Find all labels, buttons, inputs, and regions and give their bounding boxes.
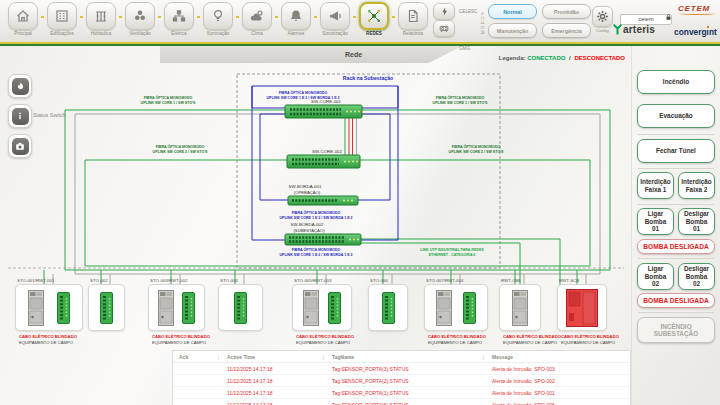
bomba-01-status-badge: BOMBA DESLIGADA bbox=[637, 239, 715, 254]
alarm-row[interactable]: 11/12/2025 14:17:18Tag:SENSOR_PORTA(6).S… bbox=[173, 399, 630, 405]
megaphone-icon bbox=[327, 8, 343, 24]
toolbar-accent-green bbox=[0, 44, 720, 46]
legend-connected: CONECTADO bbox=[527, 55, 565, 61]
mode-buttons: Normal Prontidão Manutenção Emergência bbox=[488, 4, 591, 38]
field-switch-icon bbox=[57, 292, 70, 324]
station-sto-007-rwt-004[interactable]: STO-007/RWT-004 CABO ELÉTRICO BLINDADOEQ… bbox=[424, 284, 488, 331]
utility-buttons: CELESC GMG bbox=[433, 3, 455, 37]
bomba-02-status-badge: BOMBA DESLIGADA bbox=[637, 293, 715, 308]
field-switch-icon bbox=[463, 292, 476, 324]
mode-button-manutencao[interactable]: Manutenção bbox=[488, 23, 537, 38]
cetem-logo: CETEM bbox=[678, 4, 716, 15]
lock-icon bbox=[664, 12, 673, 22]
rack-title: Rack na Subestação bbox=[343, 75, 393, 81]
nav-button-redes[interactable]: REDES bbox=[357, 2, 391, 36]
mode-button-normal[interactable]: Normal bbox=[488, 4, 537, 19]
ligar-bomba-02-button[interactable]: Ligar Bomba 02 bbox=[637, 263, 674, 290]
nav-button-ventilacao[interactable]: Ventilação bbox=[123, 2, 157, 36]
convergint-logo: convergınt bbox=[674, 27, 717, 37]
field-cabinet-disconnected-icon bbox=[566, 289, 598, 327]
switch-label-sw-borda-001: SW-BORDA-001 bbox=[289, 184, 322, 189]
alarm-table: Ack| Active Time| TagName| Message 11/12… bbox=[173, 351, 630, 405]
fiber-borda-label-top-1: FIBRA ÓPTICA MONOMODO bbox=[279, 90, 328, 95]
station-sto-004[interactable]: STO-004 bbox=[218, 284, 263, 331]
fechar-tunel-button[interactable]: Fechar Túnel bbox=[637, 139, 715, 163]
generator-icon bbox=[438, 23, 450, 34]
incendio-subestacao-button[interactable]: INCÊNDIO SUBESTAÇÃO bbox=[637, 317, 715, 343]
alarm-row[interactable]: 11/12/2025 14:17:18Tag:SENSOR_PORTA(2).S… bbox=[173, 375, 630, 387]
buildings-icon bbox=[54, 8, 70, 24]
desligar-bomba-02-button[interactable]: Desligar Bomba 02 bbox=[678, 263, 715, 290]
fiber-sto-label-right-mid-2: UPLINK SW CORE 2 / SW STO'S bbox=[449, 150, 505, 154]
interdicao-faixa-2-button[interactable]: Interdição Faixa 2 bbox=[678, 172, 715, 199]
nav-button-principal[interactable]: Principal bbox=[6, 2, 40, 36]
alarm-table-panel: Ack| Active Time| TagName| Message 11/12… bbox=[172, 350, 631, 405]
alarm-row[interactable]: 11/12/2025 14:17:18Tag:SENSOR_PORTA(3).S… bbox=[173, 363, 630, 375]
switch-label-sw-core-002: SW-CORE-002 bbox=[312, 149, 342, 154]
home-icon bbox=[15, 8, 31, 24]
divider bbox=[638, 168, 714, 169]
station-sto-005-rwt-003[interactable]: STO-005/RWT-003 CABO ELÉTRICO BLINDADOEQ… bbox=[292, 284, 352, 331]
field-switch-icon bbox=[182, 292, 195, 324]
top-toolbar: Principal Edificações Hidráulica Ventila… bbox=[0, 0, 720, 42]
page-title-tab[interactable]: Rede bbox=[160, 46, 462, 63]
field-switch-icon bbox=[328, 292, 341, 324]
fiber-disconnected-lines bbox=[349, 118, 353, 155]
nav-button-alarmes[interactable]: Alarmes bbox=[279, 2, 313, 36]
mode-button-emergencia[interactable]: Emergência bbox=[542, 23, 591, 38]
gmg-button[interactable] bbox=[433, 20, 455, 37]
modes-group-label: MODOS bbox=[480, 6, 485, 38]
station-rwt-scb[interactable]: RWT-SCB CABO ELÉTRICO BLINDADOEQUIPAMENT… bbox=[557, 284, 607, 331]
station-sto-003-rwt-002[interactable]: STO-003/RWT-002 CABO ELÉTRICO BLINDADOEQ… bbox=[148, 284, 205, 331]
nav-button-edificacoes[interactable]: Edificações bbox=[45, 2, 79, 36]
info-button[interactable] bbox=[8, 104, 32, 128]
fire-status-button[interactable] bbox=[8, 74, 32, 98]
ligar-bomba-01-button[interactable]: Ligar Bomba 01 bbox=[637, 208, 674, 235]
switch-status-button[interactable] bbox=[8, 134, 32, 158]
column-header-active-time: Active Time| bbox=[221, 351, 326, 363]
nav-button-hidraulica[interactable]: Hidráulica bbox=[84, 2, 118, 36]
mode-button-prontidao[interactable]: Prontidão bbox=[542, 4, 591, 19]
utp-link-label-2: ETHERNET - CATEGORIA 6 bbox=[429, 253, 476, 257]
pump-icon bbox=[93, 8, 109, 24]
nav-button-iluminacao[interactable]: Iluminação bbox=[201, 2, 235, 36]
action-panel: Incêndio Evacuação Fechar Túnel Interdiç… bbox=[631, 46, 720, 405]
connection-legend: Legenda: CONECTADO / DESCONECTADO bbox=[499, 55, 625, 61]
fiber-sto-label-right-top-1: FIBRA ÓPTICA MONOMODO bbox=[436, 95, 485, 100]
fiber-borda-label-mid-1: FIBRA ÓPTICA MONOMODO bbox=[292, 210, 341, 215]
celesc-button[interactable] bbox=[433, 3, 455, 20]
fiber-borda-label-bottom-2: UPLINK SW CORE 1 E 2 / SW BORDA 1 E 2 bbox=[279, 253, 352, 257]
ack-cell bbox=[173, 363, 221, 375]
fiber-sto-label-left-mid-2: UPLINK SW CORE 2 / SW STO'S bbox=[153, 150, 209, 154]
main-content: Rede Legenda: CONECTADO / DESCONECTADO S… bbox=[0, 46, 720, 405]
nav-button-clima[interactable]: Clima bbox=[240, 2, 274, 36]
incendio-button[interactable]: Incêndio bbox=[637, 70, 715, 94]
electrical-tree-icon bbox=[171, 8, 187, 24]
camera-icon bbox=[14, 141, 26, 152]
station-sto-006[interactable]: STO-006 bbox=[368, 284, 408, 331]
column-header-ack: Ack| bbox=[173, 351, 221, 363]
switch-label-sw-borda-002: SW-BORDA-002 bbox=[291, 222, 324, 227]
nav-button-relatorios[interactable]: Relatórios bbox=[396, 2, 430, 36]
config-button[interactable] bbox=[592, 6, 613, 27]
evacuacao-button[interactable]: Evacuação bbox=[637, 104, 715, 128]
nav-button-sonorizacao[interactable]: Sonorização bbox=[318, 2, 352, 36]
interdicao-faixa-1-button[interactable]: Interdição Faixa 1 bbox=[637, 172, 674, 199]
station-sto-001-rwt-001[interactable]: STO-001/RWT-001 CABO ELÉTRICO BLINDADOEQ… bbox=[15, 284, 83, 331]
arteris-mark-icon bbox=[612, 23, 623, 35]
desligar-bomba-01-button[interactable]: Desligar Bomba 01 bbox=[678, 208, 715, 235]
divider bbox=[638, 312, 714, 313]
report-icon bbox=[405, 8, 421, 24]
ack-cell bbox=[173, 399, 221, 405]
alarm-header-row: Ack| Active Time| TagName| Message bbox=[173, 351, 630, 363]
station-rwt-cml[interactable]: RWT-CML CABO ELÉTRICO BLINDADOEQUIPAMENT… bbox=[499, 284, 541, 331]
column-header-tagname: TagName| bbox=[326, 351, 486, 363]
alarm-row[interactable]: 11/12/2025 14:17:18Tag:SENSOR_PORTA(1).S… bbox=[173, 387, 630, 399]
field-switch-icon bbox=[382, 292, 395, 324]
nav-button-eletrica[interactable]: Elétrica bbox=[162, 2, 196, 36]
fiber-sto-label-right-top-2: UPLINK SW CORE 1 / SW STO'S bbox=[433, 101, 489, 105]
bms-application-window: Principal Edificações Hidráulica Ventila… bbox=[0, 0, 720, 405]
station-sto-002[interactable]: STO-002 bbox=[88, 284, 125, 331]
ack-cell bbox=[173, 387, 221, 399]
legend-disconnected: DESCONECTADO bbox=[574, 55, 625, 61]
